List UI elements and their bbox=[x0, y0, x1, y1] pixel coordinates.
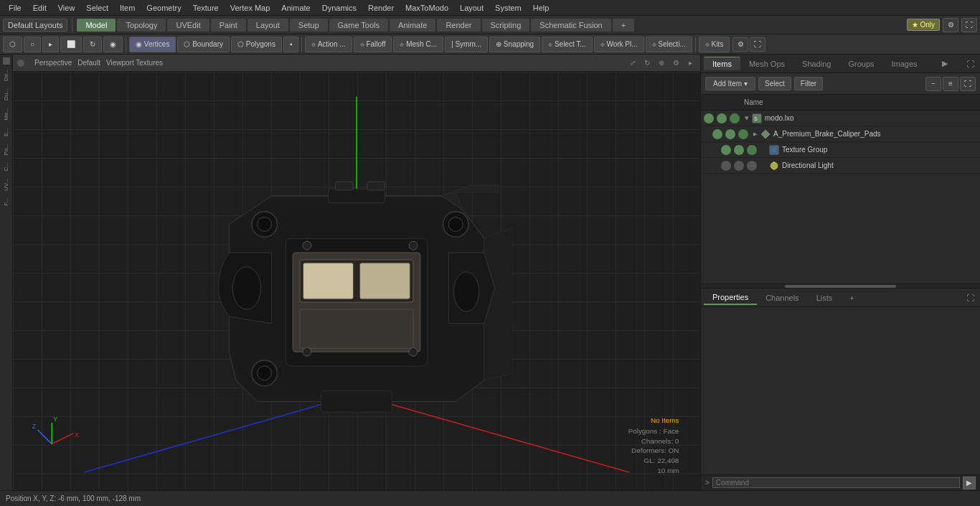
tab-lists[interactable]: Lists bbox=[808, 291, 842, 304]
vp-settings-icon[interactable]: ⚙ bbox=[670, 57, 682, 69]
tab-shading[interactable]: Shading bbox=[793, 57, 839, 70]
vis-dot-brake3[interactable] bbox=[738, 129, 748, 139]
menu-maxtomode[interactable]: MaxToModo bbox=[400, 2, 454, 14]
snapping-btn[interactable]: ⊕ Snapping bbox=[489, 37, 540, 52]
symm-btn[interactable]: | Symm... bbox=[445, 37, 488, 52]
transform-btn[interactable]: ⬜ bbox=[60, 37, 82, 52]
menu-render[interactable]: Render bbox=[362, 2, 400, 14]
menu-geometry[interactable]: Geometry bbox=[141, 2, 187, 14]
viewport[interactable]: X Y Z No Items Polygons : Face Channels:… bbox=[13, 72, 700, 490]
vis-dot-brake2[interactable] bbox=[725, 129, 735, 139]
tab-add[interactable]: + bbox=[613, 19, 634, 32]
scrollbar-thumb[interactable] bbox=[785, 285, 897, 288]
circle-btn[interactable]: ○ bbox=[24, 37, 41, 52]
vp-expand-icon[interactable]: ▸ bbox=[684, 57, 696, 69]
menu-item[interactable]: Item bbox=[114, 2, 141, 14]
expand-icon[interactable]: ⛶ bbox=[961, 18, 977, 32]
tab-layout[interactable]: Layout bbox=[248, 19, 288, 32]
tab-channels[interactable]: Channels bbox=[757, 291, 807, 304]
vis-dot-tex2[interactable] bbox=[734, 145, 744, 155]
tab-topology[interactable]: Topology bbox=[117, 19, 166, 32]
kits-btn[interactable]: ⟐ Kits bbox=[699, 37, 730, 52]
scene-filter-btn[interactable]: Filter bbox=[794, 77, 823, 90]
viewport-textures[interactable]: Viewport Textures bbox=[106, 59, 163, 67]
scene-item-light[interactable]: Directional Light bbox=[701, 158, 980, 174]
mode-btn[interactable]: ⬡ bbox=[3, 37, 22, 52]
add-item-btn[interactable]: Add Item ▾ bbox=[705, 77, 755, 90]
vp-rotate-icon[interactable]: ↻ bbox=[641, 57, 653, 69]
vp-zoom-icon[interactable]: ⊕ bbox=[656, 57, 667, 69]
sel-mode-btn[interactable]: ▪ bbox=[283, 37, 299, 52]
scene-item-modo[interactable]: ▾ S modo.lxo bbox=[701, 111, 980, 126]
tab-mesh-ops[interactable]: Mesh Ops bbox=[740, 57, 793, 70]
tab-schematic-fusion[interactable]: Schematic Fusion bbox=[531, 19, 611, 32]
tab-animate[interactable]: Animate bbox=[390, 19, 435, 32]
item-expand-brake[interactable]: ▸ bbox=[751, 130, 760, 139]
tab-properties[interactable]: Properties bbox=[704, 291, 757, 305]
shape-btn[interactable]: ◉ bbox=[103, 37, 123, 52]
menu-layout[interactable]: Layout bbox=[454, 2, 489, 14]
vis-dot-light2[interactable] bbox=[734, 161, 744, 171]
scene-expand-icon2[interactable]: ⛶ bbox=[960, 77, 976, 91]
tab-paint[interactable]: Paint bbox=[211, 19, 246, 32]
scene-collapse-icon[interactable]: − bbox=[925, 77, 941, 91]
vis-dot-tex[interactable] bbox=[721, 145, 731, 155]
command-input[interactable] bbox=[712, 477, 960, 488]
scene-scrollbar[interactable] bbox=[701, 284, 980, 288]
vis-dot-light[interactable] bbox=[721, 161, 731, 171]
menu-select[interactable]: Select bbox=[80, 2, 114, 14]
viewport-default[interactable]: Default bbox=[77, 59, 100, 67]
sidebar-dot-1[interactable] bbox=[3, 57, 10, 65]
tab-groups[interactable]: Groups bbox=[839, 57, 882, 70]
tab-model[interactable]: Model bbox=[77, 19, 116, 32]
tab-game-tools[interactable]: Game Tools bbox=[329, 19, 389, 32]
tab-setup[interactable]: Setup bbox=[290, 19, 328, 32]
menu-texture[interactable]: Texture bbox=[187, 2, 225, 14]
tab-images[interactable]: Images bbox=[883, 57, 926, 70]
fullscreen-icon[interactable]: ⛶ bbox=[750, 37, 765, 52]
scene-item-brake[interactable]: ▸ A_Premium_Brake_Caliper_Pads bbox=[701, 126, 980, 142]
scene-settings-icon[interactable]: ≡ bbox=[943, 77, 958, 91]
menu-file[interactable]: File bbox=[3, 2, 27, 14]
menu-system[interactable]: System bbox=[489, 2, 527, 14]
vis-dot-light3[interactable] bbox=[747, 161, 757, 171]
vis-dot-modo3[interactable] bbox=[730, 113, 740, 123]
menu-dynamics[interactable]: Dynamics bbox=[316, 2, 362, 14]
menu-help[interactable]: Help bbox=[527, 2, 555, 14]
vertices-btn[interactable]: ◉ Vertices bbox=[129, 37, 176, 52]
rotate-btn[interactable]: ↻ bbox=[83, 37, 102, 52]
tab-add-bottom[interactable]: + bbox=[841, 291, 862, 304]
work-plane-btn[interactable]: ⟐ Work Pl... bbox=[594, 37, 644, 52]
menu-edit[interactable]: Edit bbox=[27, 2, 52, 14]
scene-item-texture[interactable]: Texture Group bbox=[701, 142, 980, 158]
menu-animate[interactable]: Animate bbox=[275, 2, 316, 14]
tab-render[interactable]: Render bbox=[437, 19, 480, 32]
item-expand-modo[interactable]: ▾ bbox=[743, 114, 751, 123]
arrow-btn[interactable]: ▸ bbox=[42, 37, 59, 52]
tab-uvedit[interactable]: UVEdit bbox=[167, 19, 209, 32]
action-btn[interactable]: ⟐ Action ... bbox=[305, 37, 352, 52]
vis-dot-modo2[interactable] bbox=[717, 113, 727, 123]
vis-dot-modo[interactable] bbox=[704, 113, 714, 123]
rb-expand-icon[interactable]: ⛶ bbox=[963, 292, 977, 304]
tab-add-right[interactable]: ▶ bbox=[938, 57, 952, 70]
scene-select-btn[interactable]: Select bbox=[758, 77, 791, 90]
viewport-perspective[interactable]: Perspective bbox=[34, 59, 72, 67]
settings-icon[interactable]: ⚙ bbox=[943, 18, 958, 32]
layout-selector[interactable]: Default Layouts bbox=[3, 19, 67, 32]
falloff-btn[interactable]: ⟐ Falloff bbox=[354, 37, 392, 52]
star-badge[interactable]: ★ Only bbox=[907, 19, 940, 31]
select-tool-btn[interactable]: ⟐ Select T... bbox=[542, 37, 593, 52]
right-panel-expand[interactable]: ⛶ bbox=[963, 58, 977, 70]
vis-dot-brake[interactable] bbox=[712, 129, 722, 139]
viewport-dot[interactable] bbox=[17, 60, 24, 67]
tab-items[interactable]: Items bbox=[704, 57, 740, 70]
vp-move-icon[interactable]: ⤢ bbox=[627, 57, 639, 69]
selection-btn[interactable]: ⟐ Selecti... bbox=[646, 37, 692, 52]
vis-dot-tex3[interactable] bbox=[747, 145, 757, 155]
menu-view[interactable]: View bbox=[52, 2, 81, 14]
cmd-run-btn[interactable]: ▶ bbox=[963, 477, 976, 489]
gear-icon[interactable]: ⚙ bbox=[732, 37, 748, 52]
menu-vertex-map[interactable]: Vertex Map bbox=[225, 2, 276, 14]
tab-scripting[interactable]: Scripting bbox=[482, 19, 530, 32]
